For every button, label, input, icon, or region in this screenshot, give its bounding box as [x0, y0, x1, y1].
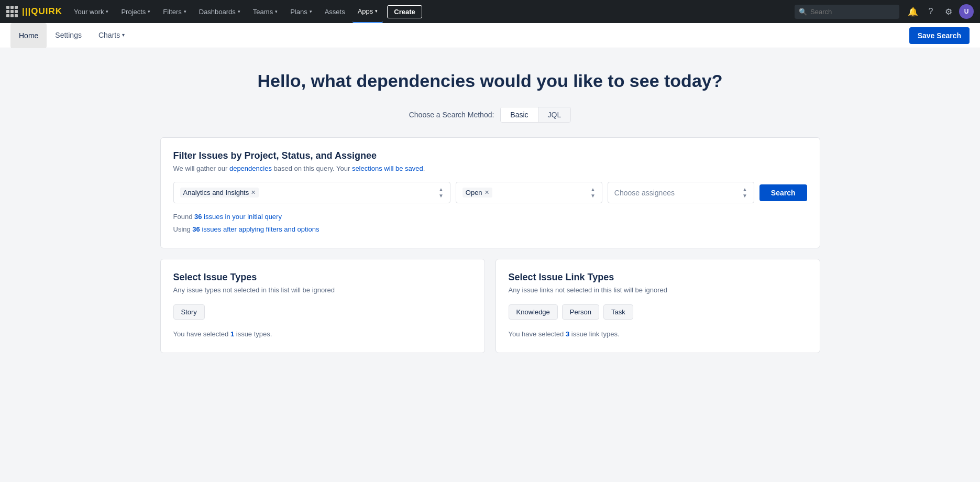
- method-basic-button[interactable]: Basic: [501, 107, 538, 122]
- secondary-nav: Home Settings Charts ▾ Save Search: [0, 23, 980, 48]
- nav-item-filters[interactable]: Filters ▾: [158, 0, 191, 23]
- chevron-down-icon: ▾: [148, 9, 150, 14]
- main-content: Hello, what dependencies would you like …: [150, 48, 831, 364]
- nav-item-yourwork[interactable]: Your work ▾: [69, 0, 114, 23]
- search-button[interactable]: Search: [759, 184, 807, 201]
- filter-card: Filter Issues by Project, Status, and As…: [160, 137, 820, 248]
- filter-row: Analytics and Insights ✕ ▲ ▼ Open ✕: [173, 182, 807, 203]
- issue-types-desc: Any issue types not selected in this lis…: [173, 286, 472, 294]
- notifications-icon[interactable]: 🔔: [906, 4, 920, 19]
- chevron-down-icon: ▾: [238, 9, 240, 14]
- filter-card-title: Filter Issues by Project, Status, and As…: [173, 150, 807, 161]
- assignees-select[interactable]: Choose assignees ▲ ▼: [608, 182, 754, 203]
- remove-project-icon[interactable]: ✕: [251, 189, 256, 196]
- sort-icon: ▲ ▼: [590, 187, 596, 199]
- sec-nav-charts[interactable]: Charts ▾: [90, 23, 133, 48]
- chevron-down-icon: ▾: [184, 9, 186, 14]
- filter-results: Found 36 issues in your initial query Us…: [173, 211, 807, 235]
- help-icon[interactable]: ?: [923, 4, 938, 19]
- dependencies-link[interactable]: dependencies: [229, 165, 272, 172]
- link-type-person[interactable]: Person: [562, 304, 599, 320]
- assignees-select-inner: Choose assignees: [614, 189, 739, 197]
- search-input[interactable]: [795, 5, 899, 19]
- chevron-down-icon: ▾: [375, 8, 378, 14]
- issue-types-footer: You have selected 1 issue types.: [173, 330, 472, 338]
- nav-item-dashboards[interactable]: Dashboards ▾: [194, 0, 246, 23]
- issue-type-story[interactable]: Story: [173, 304, 205, 320]
- assignees-placeholder: Choose assignees: [614, 189, 675, 197]
- method-btn-group: Basic JQL: [500, 107, 571, 123]
- selections-link[interactable]: selections will be saved: [352, 165, 423, 172]
- chevron-down-icon: ▾: [275, 9, 278, 14]
- avatar[interactable]: U: [959, 4, 974, 19]
- issues-link[interactable]: issues in your initial query: [204, 213, 282, 221]
- top-nav: |||QUIRK Your work ▾ Projects ▾ Filters …: [0, 0, 980, 23]
- status-select[interactable]: Open ✕ ▲ ▼: [456, 182, 602, 203]
- results-count-1: 36: [194, 213, 202, 221]
- search-method-label: Choose a Search Method:: [409, 111, 494, 119]
- sort-icon: ▲ ▼: [742, 187, 747, 199]
- link-type-knowledge[interactable]: Knowledge: [509, 304, 558, 320]
- save-search-button[interactable]: Save Search: [909, 27, 970, 44]
- page-title: Hello, what dependencies would you like …: [160, 69, 820, 92]
- nav-item-assets[interactable]: Assets: [320, 0, 350, 23]
- nav-item-apps[interactable]: Apps ▾: [353, 0, 383, 23]
- issue-types-count: 1: [230, 330, 234, 338]
- issue-types-card: Select Issue Types Any issue types not s…: [160, 259, 485, 353]
- sort-icon: ▲ ▼: [438, 187, 444, 199]
- chevron-down-icon: ▾: [106, 9, 108, 14]
- results-count-2: 36: [192, 225, 200, 233]
- issue-types-tags: Story: [173, 304, 472, 320]
- link-types-title: Select Issue Link Types: [509, 272, 807, 283]
- create-button[interactable]: Create: [387, 5, 422, 18]
- search-wrap: 🔍: [795, 5, 899, 19]
- settings-icon[interactable]: ⚙: [941, 4, 956, 19]
- nav-item-projects[interactable]: Projects ▾: [116, 0, 156, 23]
- nav-icons: 🔔 ? ⚙ U: [906, 4, 974, 19]
- issues-filtered-link[interactable]: issues after applying filters and option…: [202, 225, 319, 233]
- project-tag: Analytics and Insights ✕: [180, 188, 259, 198]
- results-line1: Found 36 issues in your initial query: [173, 211, 807, 223]
- filter-card-desc: We will gather our dependencies based on…: [173, 165, 807, 172]
- nav-item-teams[interactable]: Teams ▾: [248, 0, 283, 23]
- sec-nav-home[interactable]: Home: [10, 23, 47, 48]
- link-types-desc: Any issue links not selected in this lis…: [509, 286, 807, 294]
- link-types-footer: You have selected 3 issue link types.: [509, 330, 807, 338]
- logo-grid-icon: [6, 6, 18, 17]
- nav-logo[interactable]: |||QUIRK: [6, 6, 62, 17]
- sec-nav-settings[interactable]: Settings: [47, 23, 90, 48]
- project-select-inner: Analytics and Insights ✕: [180, 188, 435, 198]
- status-tag: Open ✕: [463, 188, 492, 198]
- bottom-cards: Select Issue Types Any issue types not s…: [160, 259, 820, 353]
- link-types-count: 3: [566, 330, 569, 338]
- remove-status-icon[interactable]: ✕: [485, 189, 489, 196]
- results-line2: Using 36 issues after applying filters a…: [173, 223, 807, 235]
- link-type-task[interactable]: Task: [603, 304, 633, 320]
- nav-item-plans[interactable]: Plans ▾: [285, 0, 317, 23]
- link-types-card: Select Issue Link Types Any issue links …: [495, 259, 820, 353]
- method-jql-button[interactable]: JQL: [538, 107, 571, 122]
- status-select-inner: Open ✕: [463, 188, 587, 198]
- chevron-down-icon: ▾: [122, 32, 125, 38]
- logo-text: |||QUIRK: [22, 6, 62, 17]
- issue-types-title: Select Issue Types: [173, 272, 472, 283]
- chevron-down-icon: ▾: [310, 9, 312, 14]
- search-method-row: Choose a Search Method: Basic JQL: [160, 107, 820, 123]
- project-select[interactable]: Analytics and Insights ✕ ▲ ▼: [173, 182, 450, 203]
- link-types-tags: Knowledge Person Task: [509, 304, 807, 320]
